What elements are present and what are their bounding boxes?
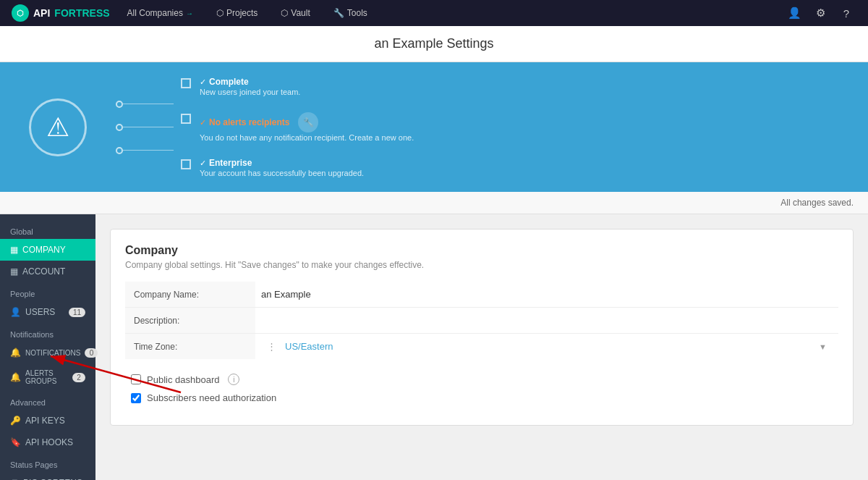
users-icon: 👤	[10, 307, 21, 317]
logo-api-text: API	[33, 7, 50, 19]
company-icon: ▦	[10, 245, 18, 255]
api-hooks-icon: 🔖	[10, 437, 21, 447]
timezone-select-value: US/Eastern	[285, 341, 333, 352]
nav-tools-label: Tools	[347, 8, 367, 18]
sidebar-item-api-hooks[interactable]: 🔖 API HOOKS	[0, 431, 95, 453]
nav-vault-label: Vault	[291, 8, 310, 18]
sidebar-item-account[interactable]: ▦ ACCOUNT	[0, 261, 95, 282]
company-name-input[interactable]	[261, 289, 833, 300]
description-row: Description:	[125, 308, 838, 334]
sidebar-alerts-groups-label: ALERTS GROUPS	[25, 369, 68, 385]
nav-all-companies[interactable]: All Companies →	[122, 5, 199, 21]
alerts-action-icon[interactable]: 🔧	[298, 112, 318, 132]
warning-icon: ⚠	[46, 112, 69, 143]
page-title: an Example Settings	[0, 26, 868, 62]
alerts-groups-badge: 2	[72, 373, 85, 382]
settings-form-table: Company Name: Description:	[125, 282, 838, 359]
notifications-badge: 0	[85, 348, 98, 358]
company-name-label: Company Name:	[125, 282, 255, 308]
step-enterprise-desc: Your account has successfully been upgra…	[200, 169, 364, 177]
users-badge: 11	[69, 308, 85, 317]
logo[interactable]: ⬡ API FORTRESS	[12, 4, 110, 22]
step-enterprise-title: Enterprise	[209, 158, 252, 168]
status-bar: All changes saved.	[0, 192, 868, 214]
projects-icon: ⬡	[216, 8, 224, 18]
card-subtitle: Company global settings. Hit "Save chang…	[125, 260, 838, 270]
timezone-info-icon[interactable]: ⋮	[267, 341, 276, 352]
banner-step-alerts: ✓ No alerts recipients 🔧 You do not have…	[181, 112, 414, 142]
sidebar-users-label: USERS	[25, 307, 55, 317]
main-layout: Global ▦ COMPANY ▦ ACCOUNT People 👤 USER…	[0, 214, 868, 480]
sidebar-notifications-label: NOTIFICATIONS	[25, 349, 80, 357]
logo-fortress-text: FORTRESS	[54, 7, 109, 19]
settings-icon[interactable]: ⚙	[810, 3, 830, 23]
sidebar-account-label: ACCOUNT	[22, 266, 65, 277]
content-area: Company Company global settings. Hit "Sa…	[95, 214, 868, 480]
section-label-status-pages: Status Pages	[0, 453, 95, 472]
sidebar-item-users[interactable]: 👤 USERS 11	[0, 301, 95, 323]
subscribers-auth-row: Subscribers need authorization	[131, 392, 833, 403]
banner-step-enterprise: ✓ Enterprise Your account has successful…	[181, 158, 414, 177]
subscribers-auth-label: Subscribers need authorization	[147, 392, 276, 403]
description-label: Description:	[125, 308, 255, 334]
account-icon: ▦	[10, 266, 18, 277]
step-alerts-desc: You do not have any notification recipie…	[200, 133, 414, 142]
public-dashboard-checkbox[interactable]	[131, 374, 141, 384]
banner-steps: ✓ Complete New users joined your team. ✓…	[181, 77, 414, 177]
top-navigation: ⬡ API FORTRESS All Companies → ⬡ Project…	[0, 0, 868, 26]
section-label-advanced: Advanced	[0, 391, 95, 410]
banner-step-complete: ✓ Complete New users joined your team.	[181, 77, 414, 96]
nav-projects-label: Projects	[226, 8, 258, 18]
alerts-groups-icon: 🔔	[10, 372, 21, 382]
sidebar-api-hooks-label: API HOOKS	[25, 437, 73, 447]
section-label-global: Global	[0, 220, 95, 239]
nav-all-companies-label: All Companies	[127, 8, 183, 18]
sidebar-item-notifications[interactable]: 🔔 NOTIFICATIONS 0	[0, 342, 95, 363]
sidebar-api-keys-label: API KEYS	[25, 416, 65, 426]
sidebar: Global ▦ COMPANY ▦ ACCOUNT People 👤 USER…	[0, 214, 95, 480]
api-keys-icon: 🔑	[10, 416, 21, 426]
tools-icon: 🔧	[333, 8, 344, 18]
sidebar-item-company[interactable]: ▦ COMPANY	[0, 239, 95, 261]
step-complete-title: Complete	[209, 77, 249, 87]
card-title: Company	[125, 244, 838, 257]
public-dashboard-info-icon[interactable]: i	[228, 374, 239, 385]
company-settings-card: Company Company global settings. Hit "Sa…	[110, 229, 854, 426]
banner-warning-circle: ⚠	[29, 98, 87, 156]
logo-icon: ⬡	[12, 4, 29, 22]
user-icon[interactable]: 👤	[784, 3, 804, 23]
company-name-row: Company Name:	[125, 282, 838, 308]
nav-tools[interactable]: 🔧 Tools	[328, 5, 373, 21]
public-dashboard-label: Public dashboard	[147, 374, 219, 385]
company-name-value[interactable]	[255, 282, 838, 308]
subscribers-auth-checkbox[interactable]	[131, 393, 141, 403]
page-title-text: an Example Settings	[374, 36, 493, 51]
sidebar-item-api-keys[interactable]: 🔑 API KEYS	[0, 410, 95, 431]
status-text: All changes saved.	[780, 198, 854, 208]
nav-vault[interactable]: ⬡ Vault	[275, 5, 315, 21]
step-alerts-title: No alerts recipients	[209, 117, 289, 127]
timezone-row: Time Zone: ⋮ US/Eastern ▼	[125, 334, 838, 360]
nav-right-icons: 👤 ⚙ ?	[784, 3, 856, 23]
timezone-label: Time Zone:	[125, 334, 255, 360]
vault-icon: ⬡	[281, 8, 288, 18]
public-dashboard-row: Public dashboard i	[131, 374, 833, 385]
setup-banner: ⚠ ✓ Complete	[0, 62, 868, 192]
timezone-dropdown-arrow[interactable]: ▼	[819, 342, 827, 351]
section-label-people: People	[0, 282, 95, 301]
sidebar-company-label: COMPANY	[22, 245, 66, 255]
help-icon[interactable]: ?	[836, 3, 856, 23]
step-complete-desc: New users joined your team.	[200, 88, 300, 96]
description-value[interactable]	[255, 308, 838, 334]
description-input[interactable]	[261, 315, 833, 326]
banner-connector-lines	[116, 101, 174, 154]
sidebar-item-alerts-groups[interactable]: 🔔 ALERTS GROUPS 2	[0, 363, 95, 391]
nav-arrow-icon: →	[186, 9, 193, 17]
section-label-notifications: Notifications	[0, 323, 95, 342]
timezone-value-cell[interactable]: ⋮ US/Eastern ▼	[255, 334, 838, 360]
sidebar-item-big-screens[interactable]: 🖥 BIG SCREENS	[0, 472, 95, 480]
notifications-icon: 🔔	[10, 348, 21, 358]
nav-projects[interactable]: ⬡ Projects	[210, 5, 263, 21]
